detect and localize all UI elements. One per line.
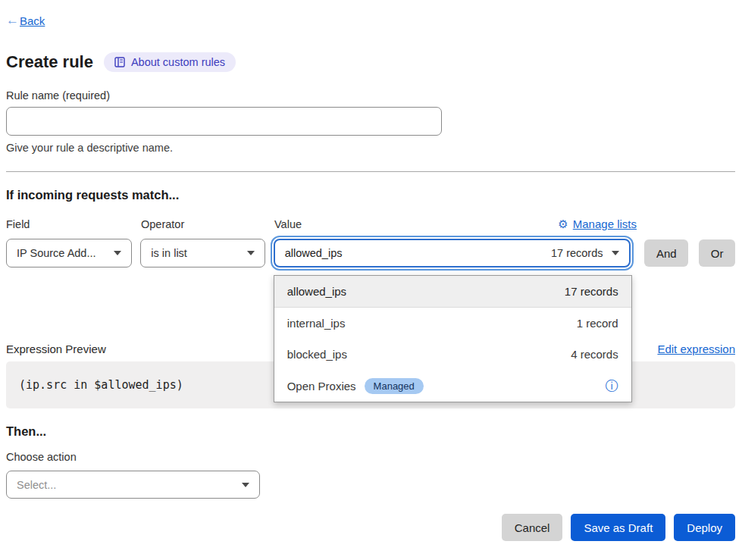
value-label-row: Value ⚙ Manage lists (274, 217, 637, 230)
about-custom-rules-link[interactable]: About custom rules (104, 52, 236, 72)
deploy-button[interactable]: Deploy (674, 514, 735, 541)
match-section-heading: If incoming requests match... (6, 188, 735, 202)
list-item-count: 1 record (577, 317, 618, 330)
section-divider (6, 171, 735, 172)
action-select-placeholder: Select... (17, 479, 56, 491)
list-item-left: Open Proxies Managed (287, 378, 424, 394)
field-select-value: IP Source Add... (17, 247, 96, 259)
chevron-down-icon (114, 251, 121, 255)
back-link[interactable]: ← Back (6, 13, 45, 28)
operator-select[interactable]: is in list (140, 239, 265, 267)
value-label: Value (274, 218, 302, 230)
expression-code: (ip.src in $allowed_ips) (19, 378, 183, 392)
manage-lists-label: Manage lists (573, 217, 637, 230)
value-select-name: allowed_ips (285, 247, 343, 259)
list-item-name: Open Proxies (287, 380, 356, 393)
create-rule-page: ← Back Create rule About custom rules Ru… (0, 0, 742, 560)
back-arrow-icon: ← (6, 13, 19, 28)
lists-dropdown: allowed_ips 17 records internal_ips 1 re… (274, 275, 632, 402)
value-select[interactable]: allowed_ips 17 records (274, 239, 631, 267)
rule-name-helper: Give your rule a descriptive name. (6, 142, 735, 154)
chevron-down-icon (247, 251, 255, 255)
title-row: Create rule About custom rules (6, 52, 735, 72)
list-item-allowed-ips[interactable]: allowed_ips 17 records (274, 276, 631, 308)
page-title: Create rule (6, 52, 93, 72)
choose-action-label: Choose action (6, 451, 735, 463)
list-item-count: 4 records (571, 348, 618, 361)
list-item-name: internal_ips (287, 317, 346, 330)
managed-badge: Managed (365, 378, 424, 394)
value-select-right: 17 records (551, 247, 620, 259)
list-item-internal-ips[interactable]: internal_ips 1 record (274, 308, 631, 339)
field-select[interactable]: IP Source Add... (6, 239, 132, 267)
list-item-name: blocked_ips (287, 348, 347, 361)
expression-preview-label: Expression Preview (6, 343, 106, 355)
save-as-draft-button[interactable]: Save as Draft (571, 514, 665, 541)
rule-name-label: Rule name (required) (6, 89, 735, 102)
about-badge-label: About custom rules (131, 56, 225, 68)
list-item-name: allowed_ips (287, 285, 346, 298)
or-button[interactable]: Or (699, 239, 735, 267)
list-item-blocked-ips[interactable]: blocked_ips 4 records (274, 339, 631, 371)
chevron-down-icon (242, 483, 249, 487)
field-label: Field (6, 218, 141, 230)
list-item-count: 17 records (565, 285, 618, 298)
and-button[interactable]: And (644, 239, 688, 267)
info-icon[interactable]: ⓘ (606, 380, 618, 393)
rule-name-input[interactable] (6, 107, 442, 136)
condition-labels-row: Field Operator Value ⚙ Manage lists (6, 217, 735, 230)
operator-label: Operator (141, 218, 274, 230)
back-link-label: Back (20, 14, 45, 27)
condition-controls-row: IP Source Add... is in list allowed_ips … (6, 239, 735, 267)
edit-expression-link[interactable]: Edit expression (657, 343, 735, 355)
action-select[interactable]: Select... (6, 471, 260, 499)
list-item-open-proxies[interactable]: Open Proxies Managed ⓘ (274, 371, 631, 402)
back-row: ← Back (6, 0, 735, 28)
then-heading: Then... (6, 424, 735, 439)
chevron-down-icon (612, 251, 619, 255)
operator-select-value: is in list (151, 247, 187, 259)
gear-icon: ⚙ (558, 218, 568, 230)
footer-actions: Cancel Save as Draft Deploy (6, 514, 735, 541)
value-select-wrap: allowed_ips 17 records allowed_ips 17 re… (274, 239, 631, 267)
value-select-count: 17 records (551, 247, 603, 259)
manage-lists-link[interactable]: ⚙ Manage lists (558, 217, 637, 230)
book-icon (114, 57, 125, 67)
cancel-button[interactable]: Cancel (502, 514, 563, 541)
